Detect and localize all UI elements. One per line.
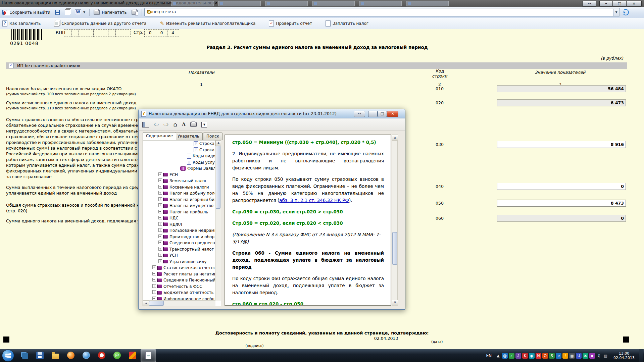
help-titlebar[interactable]: ? Налоговая декларация по ЕНВД для отдел… <box>139 109 405 118</box>
expander-icon[interactable] <box>158 185 163 190</box>
tree-item[interactable]: Сведения о среднесп <box>143 240 215 246</box>
copy-report-button[interactable] <box>62 8 72 16</box>
scroll-up-icon[interactable]: ▲ <box>392 135 398 141</box>
expander-icon[interactable] <box>158 241 163 245</box>
tree-item[interactable]: Строка 050 <box>143 141 215 147</box>
expander-icon[interactable] <box>158 191 163 196</box>
tray-icon[interactable]: e <box>556 353 561 359</box>
tree-item[interactable]: Сведения в Пенсионный <box>143 277 215 283</box>
tray-icon[interactable]: ✉ <box>583 353 588 359</box>
expander-icon[interactable] <box>158 210 163 214</box>
minimize-button[interactable]: – <box>599 1 613 7</box>
maximize-button[interactable]: □ <box>613 1 626 7</box>
tray-icon[interactable]: ♪ <box>515 353 521 359</box>
scroll-thumb[interactable] <box>149 301 164 306</box>
tray-icon[interactable]: @ <box>502 353 508 359</box>
taskbar-app-button[interactable] <box>17 349 32 361</box>
tree-item[interactable]: Статистическая отчетнос <box>143 265 215 271</box>
forward-icon[interactable]: ⇨ <box>163 121 168 128</box>
taskbar-app-button[interactable] <box>94 349 109 361</box>
scroll-left-icon[interactable]: ◄ <box>143 301 149 306</box>
home-icon[interactable]: ⌂ <box>173 121 177 128</box>
print-button[interactable]: Напечатать <box>91 9 129 16</box>
tree-item[interactable]: Производство и обор <box>143 234 215 240</box>
language-indicator[interactable]: EN <box>483 353 494 358</box>
tree-horizontal-scrollbar[interactable]: ◄ <box>143 300 215 306</box>
expander-icon[interactable] <box>158 228 163 233</box>
tree-item[interactable]: Земельный налог <box>143 178 215 184</box>
tray-icon[interactable]: ▦ <box>569 353 575 359</box>
export-word-button[interactable]: W ▼ <box>72 8 88 16</box>
expander-icon[interactable] <box>158 172 163 177</box>
tree-item[interactable]: Пользование недрами <box>143 227 215 234</box>
clock[interactable]: 13:0002.04.2013 <box>609 351 638 360</box>
action-button[interactable]: ✓ Проверить отчет <box>266 19 314 28</box>
expander-icon[interactable] <box>158 253 163 258</box>
tray-icon[interactable]: ▲ <box>495 353 501 359</box>
tray-icon[interactable]: S <box>549 353 555 359</box>
tree-item[interactable]: Косвенные налоги <box>143 184 215 191</box>
tree-item[interactable]: Коды услуг по С <box>143 159 215 166</box>
font-icon[interactable]: A <box>182 121 186 128</box>
tree-item[interactable]: Расчет платы за негативн <box>143 271 215 277</box>
tab-contents[interactable]: Содержание <box>143 132 176 140</box>
taskbar-app-button[interactable] <box>63 349 78 361</box>
field-050[interactable]: 8 473 <box>497 200 626 207</box>
tree-item[interactable]: УСН <box>143 252 215 259</box>
tree-item[interactable]: Утратившие силу <box>143 259 215 265</box>
tree-item[interactable]: Налог на имущество о <box>143 203 215 209</box>
tree-item[interactable]: НДФЛ <box>143 221 215 228</box>
tree-item[interactable]: Налог на добычу поле <box>143 190 215 197</box>
kpp-cells[interactable] <box>64 29 131 37</box>
switch-window-button[interactable]: ⇔ <box>582 1 596 7</box>
tray-icon[interactable]: O <box>542 353 548 359</box>
tab-index[interactable]: Указатель <box>174 133 203 140</box>
tree-vertical-scrollbar[interactable]: ▲ <box>215 140 221 301</box>
help-close-button[interactable]: × <box>387 111 398 117</box>
report-position-combobox[interactable]: Конец отчета ▼ <box>144 8 620 16</box>
options-icon[interactable]: ▼ <box>201 122 207 127</box>
taskbar-app-button[interactable] <box>33 349 47 361</box>
tree-item[interactable]: НДС <box>143 215 215 221</box>
expander-icon[interactable] <box>152 290 157 295</box>
help-restore-button[interactable]: □ <box>378 111 387 117</box>
expander-icon[interactable] <box>158 222 163 227</box>
expander-icon[interactable] <box>152 284 157 289</box>
taskbar-app-button[interactable] <box>48 349 63 361</box>
tree-item[interactable]: Информационное сообщ <box>143 296 215 301</box>
expander-icon[interactable] <box>158 178 163 183</box>
scroll-down-icon[interactable]: ▼ <box>392 300 398 306</box>
combo-dropdown-button[interactable]: ▼ <box>613 9 619 16</box>
field-030[interactable]: 8 916 <box>497 141 626 148</box>
taskbar-app-button[interactable] <box>141 349 156 362</box>
tree-item[interactable]: Формы Заявлений <box>143 165 215 172</box>
show-desktop-button[interactable] <box>639 349 643 362</box>
tree-item[interactable]: ЕСН <box>143 172 215 178</box>
print-icon[interactable] <box>190 122 197 127</box>
taskbar-app-button[interactable] <box>79 349 94 361</box>
tray-icon[interactable]: ◆ <box>589 353 595 359</box>
close-button[interactable]: × <box>626 1 642 7</box>
save-button[interactable] <box>53 9 62 16</box>
law-reference-link[interactable]: абз. 3 п. 2.1 ст. 346.32 НК РФ <box>279 198 349 203</box>
no-employees-checkbox[interactable]: ✓ <box>9 63 14 68</box>
expander-icon[interactable] <box>158 216 163 220</box>
tree-item[interactable]: Коды видов пр <box>143 153 215 159</box>
expander-icon[interactable] <box>152 278 157 282</box>
tray-icon[interactable]: N <box>536 353 541 359</box>
start-button[interactable] <box>2 350 14 362</box>
tree-item[interactable]: Налог на прибыль <box>143 209 215 215</box>
tray-icon[interactable]: K <box>522 353 528 359</box>
action-button[interactable]: Заплатить налог <box>323 19 371 28</box>
refresh-button[interactable] <box>620 8 631 16</box>
tree-item[interactable]: Бюджетная отчетность <box>143 290 215 296</box>
tree-item[interactable]: Транспортный налог <box>143 246 215 253</box>
hide-tabs-icon[interactable] <box>142 122 149 127</box>
expander-icon[interactable] <box>152 272 157 276</box>
expander-icon[interactable] <box>152 265 157 270</box>
tray-icon[interactable]: U <box>576 353 582 359</box>
action-button[interactable]: ✎ Изменить реквизиты налогоплательщика <box>157 20 258 27</box>
expander-icon[interactable] <box>158 247 163 252</box>
tray-icon[interactable]: ♫ <box>596 353 602 359</box>
help-minimize-button[interactable]: – <box>368 111 378 117</box>
